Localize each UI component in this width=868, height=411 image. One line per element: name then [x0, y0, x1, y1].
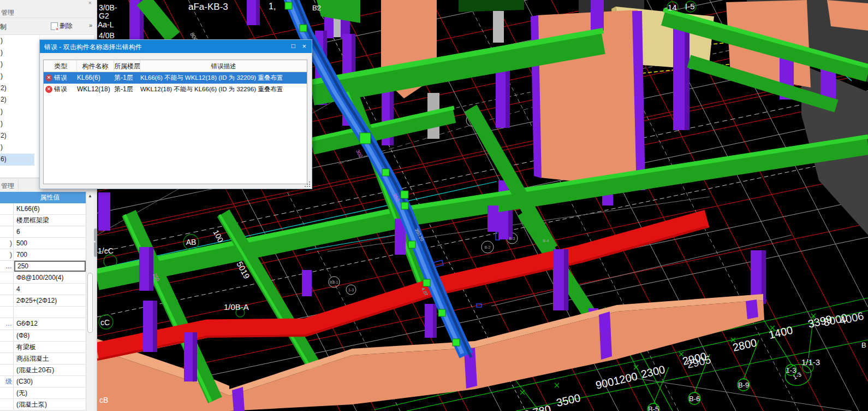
delete-document-icon: [51, 22, 58, 30]
property-value[interactable]: 700: [14, 249, 86, 260]
application-window: 3/0B- G2 Aa-L 4/0B aFa-KB-3 1, B2 -14 I-…: [0, 0, 868, 411]
resize-grip[interactable]: [309, 186, 310, 187]
property-row[interactable]: 商品混凝土: [0, 353, 94, 365]
grid-label: 1/1-3: [801, 357, 820, 367]
property-row[interactable]: 6: [0, 226, 94, 238]
property-name-fragment: [0, 353, 14, 364]
list-item[interactable]: ): [0, 71, 34, 83]
property-row-focused[interactable]: … 250: [0, 261, 94, 272]
error-dialog-titlebar[interactable]: 错误 - 双击构件名称选择出错构件 □ ×: [40, 40, 312, 53]
property-row[interactable]: (混凝土20石): [0, 365, 94, 376]
property-value[interactable]: (C30): [14, 376, 86, 387]
error-description: KL66(6) 不能与 WKL12(18) (ID 为 32209) 重叠布置: [140, 72, 307, 84]
grid-label: B: [861, 341, 866, 349]
list-item[interactable]: 2): [0, 130, 34, 142]
property-value[interactable]: 6: [14, 226, 86, 237]
property-name-fragment: [0, 226, 14, 237]
sidebar-toolbar: 制 删除 »: [0, 18, 94, 35]
error-row-selected[interactable]: ✕ 错误 KL66(6) 第-1层 KL66(6) 不能与 WKL12(18) …: [44, 72, 307, 84]
property-value[interactable]: [14, 307, 86, 318]
property-value[interactable]: 500: [14, 238, 86, 249]
splitter-collapse-handle[interactable]: [94, 228, 97, 257]
property-value[interactable]: G6Φ12: [14, 318, 86, 329]
list-item[interactable]: ): [0, 47, 34, 59]
scrollbar-up-icon[interactable]: ▲: [88, 193, 92, 198]
column-header-name[interactable]: 构件名称: [77, 60, 114, 72]
error-dialog-title: 错误 - 双击构件名称选择出错构件: [44, 43, 142, 52]
grid-label: 1/cC: [98, 246, 114, 255]
properties-panel: 属性值 KL66(6) 楼层框架梁 6 ) 500 ) 700 … 250 Φ8…: [0, 192, 94, 410]
property-row[interactable]: Φ8@100/200(4): [0, 272, 94, 284]
property-value[interactable]: 商品混凝土: [14, 353, 86, 364]
wall-salmon-4: [827, 0, 868, 31]
grid-label: B-6: [689, 395, 700, 403]
property-name-fragment: [0, 387, 14, 398]
property-row[interactable]: 级 (C30): [0, 376, 94, 387]
column-header-floor[interactable]: 所属楼层: [114, 60, 140, 72]
column: [487, 206, 498, 232]
property-value[interactable]: (混凝土泵): [14, 399, 86, 410]
grid-label: 4/0B: [99, 31, 115, 40]
column-header-type[interactable]: 类型: [44, 60, 77, 72]
property-name-fragment: [0, 365, 14, 375]
toolbar-overflow-icon[interactable]: »: [89, 22, 91, 28]
grid-label: cC: [100, 318, 110, 327]
property-value[interactable]: KL66(6): [14, 203, 86, 214]
grid-label: B-5: [648, 405, 659, 411]
tab-manage-bottom[interactable]: 管理: [1, 181, 14, 191]
bubble-label: B-4: [543, 239, 549, 243]
property-row[interactable]: [0, 307, 94, 318]
error-row[interactable]: ✕ 错误 WKL12(18) 第-1层 WKL12(18) 不能与 KL66(6…: [44, 84, 307, 95]
grid-label: AB: [186, 238, 197, 246]
panel-close-icon[interactable]: ×: [88, 0, 92, 6]
bubble-label: B-2: [485, 245, 491, 249]
property-row[interactable]: 4: [0, 284, 94, 295]
property-row[interactable]: ) 700: [0, 249, 94, 261]
error-component[interactable]: WKL12(18): [77, 84, 114, 95]
tab-manage-top[interactable]: 管理: [0, 8, 15, 17]
property-name-fragment: [0, 330, 14, 341]
property-row[interactable]: ) 500: [0, 238, 94, 249]
list-item[interactable]: ): [0, 142, 34, 154]
column: [139, 247, 153, 291]
list-item-selected[interactable]: 6): [0, 154, 34, 166]
property-value[interactable]: (无): [14, 387, 86, 398]
property-row[interactable]: 楼层框架梁: [0, 215, 94, 226]
property-row[interactable]: (无): [0, 387, 94, 399]
list-item[interactable]: ): [0, 58, 34, 71]
scrollbar-thumb[interactable]: [87, 273, 93, 333]
property-value[interactable]: 楼层框架梁: [14, 215, 86, 226]
copy-button-fragment[interactable]: 制: [0, 22, 7, 32]
property-row[interactable]: (混凝土泵): [0, 399, 94, 410]
list-item[interactable]: ): [0, 35, 34, 47]
error-floor: 第-1层: [114, 84, 140, 95]
list-item[interactable]: 2): [0, 83, 34, 95]
property-value-editing[interactable]: 250: [14, 261, 86, 272]
property-value[interactable]: (Φ8): [14, 330, 86, 341]
property-name-fragment: [0, 307, 14, 318]
maximize-icon[interactable]: □: [292, 42, 295, 50]
property-value[interactable]: 2Φ25+(2Φ12): [14, 295, 86, 306]
property-name-fragment: ): [0, 249, 14, 260]
close-icon[interactable]: ×: [302, 42, 306, 50]
property-row[interactable]: 2Φ25+(2Φ12): [0, 295, 94, 307]
property-value[interactable]: 有梁板: [14, 342, 86, 353]
property-row[interactable]: (Φ8): [0, 330, 94, 342]
bubble-label: B-3: [509, 237, 515, 240]
list-item[interactable]: ): [0, 106, 34, 118]
property-row[interactable]: … G6Φ12: [0, 318, 94, 330]
property-value[interactable]: 4: [14, 284, 86, 295]
property-row[interactable]: KL66(6): [0, 203, 94, 215]
property-row[interactable]: 有梁板: [0, 342, 94, 353]
property-name-fragment: [0, 399, 14, 410]
properties-scrollbar[interactable]: ▲: [86, 192, 94, 410]
column: [247, 0, 260, 25]
property-value[interactable]: (混凝土20石): [14, 365, 86, 375]
list-item[interactable]: 2): [0, 94, 34, 106]
grid-label: aFa-KB-3: [188, 2, 228, 12]
column-header-description[interactable]: 错误描述: [140, 60, 307, 72]
delete-button[interactable]: 删除: [51, 21, 73, 31]
property-value[interactable]: Φ8@100/200(4): [14, 272, 86, 283]
list-item[interactable]: ): [0, 118, 34, 130]
error-component[interactable]: KL66(6): [77, 72, 114, 84]
